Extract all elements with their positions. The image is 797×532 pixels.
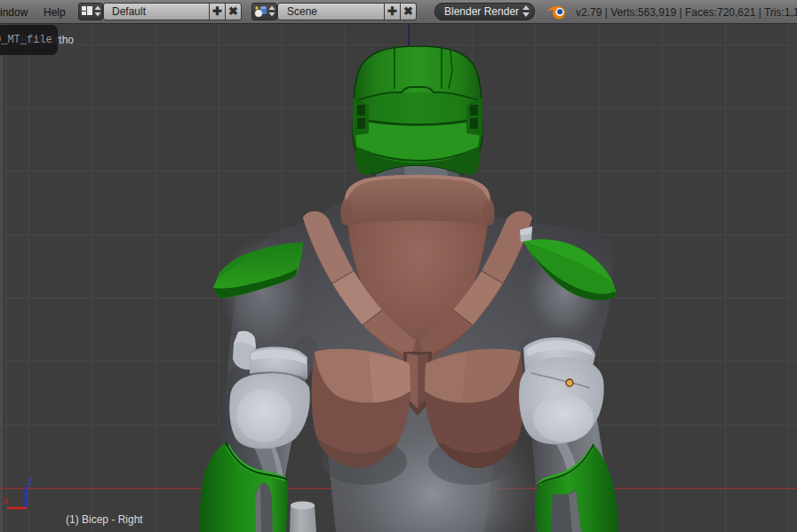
svg-text:Z: Z	[28, 477, 33, 487]
svg-text:X: X	[3, 496, 9, 506]
